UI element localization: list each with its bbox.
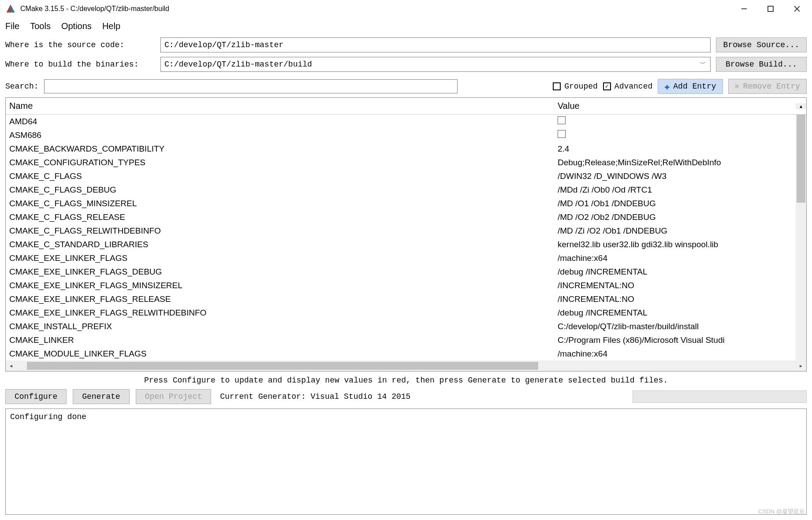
output-log[interactable]: Configuring done [5,409,807,515]
table-row[interactable]: CMAKE_C_FLAGS/DWIN32 /D_WINDOWS /W3 [6,169,796,183]
window-title: CMake 3.15.5 - C:/develop/QT/zlib-master… [20,5,731,13]
cache-value[interactable]: C:/Program Files (x86)/Microsoft Visual … [554,335,796,345]
table-row[interactable]: CMAKE_MODULE_LINKER_FLAGS/machine:x64 [6,347,796,360]
table-row[interactable]: CMAKE_BACKWARDS_COMPATIBILITY2.4 [6,142,796,156]
table-row[interactable]: ASM686 [6,128,796,142]
hint-text: Press Configure to update and display ne… [0,371,812,387]
watermark: CSDN @凝望星辰 [758,508,805,516]
column-header-value[interactable]: Value [554,101,796,111]
checkbox-icon: ✓ [603,82,611,90]
horizontal-scrollbar[interactable]: ◂ ▸ [6,360,806,371]
cache-name: CMAKE_CONFIGURATION_TYPES [6,158,554,167]
scroll-left-icon[interactable]: ◂ [6,363,16,369]
search-input[interactable] [44,79,458,93]
cache-value[interactable]: /machine:x64 [554,349,796,359]
cache-value[interactable]: /MD /Zi /O2 /Ob1 /DNDEBUG [554,226,796,236]
table-row[interactable]: CMAKE_EXE_LINKER_FLAGS/machine:x64 [6,251,796,265]
cache-value[interactable]: Debug;Release;MinSizeRel;RelWithDebInfo [554,158,796,167]
cache-name: ASM686 [6,130,554,140]
cache-value[interactable]: 2.4 [554,144,796,154]
checkbox-icon[interactable] [558,116,566,124]
scroll-right-icon[interactable]: ▸ [796,363,806,369]
browse-build-button[interactable]: Browse Build... [716,57,807,72]
build-path-combo[interactable]: C:/develop/QT/zlib-master/build ﹀ [160,57,711,72]
configure-button[interactable]: Configure [5,389,67,404]
table-row[interactable]: CMAKE_C_FLAGS_MINSIZEREL/MD /O1 /Ob1 /DN… [6,197,796,210]
cache-name: CMAKE_LINKER [6,335,554,345]
cache-name: CMAKE_MODULE_LINKER_FLAGS [6,349,554,359]
cache-value[interactable]: /machine:x64 [554,253,796,263]
grouped-checkbox[interactable]: Grouped [553,82,598,91]
cache-name: CMAKE_C_FLAGS_DEBUG [6,185,554,195]
menu-file[interactable]: File [5,21,19,31]
cache-name: CMAKE_EXE_LINKER_FLAGS_RELWITHDEBINFO [6,308,554,318]
generate-button[interactable]: Generate [73,389,129,404]
cache-grid[interactable]: Name Value ▴ AMD64ASM686CMAKE_BACKWARDS_… [5,97,807,371]
titlebar: CMake 3.15.5 - C:/develop/QT/zlib-master… [0,0,812,18]
open-project-button: Open Project [136,389,212,404]
browse-source-button[interactable]: Browse Source... [716,37,807,52]
plus-icon: ✚ [664,81,670,92]
minimize-button[interactable] [731,1,757,17]
cache-value[interactable]: /INCREMENTAL:NO [554,281,796,290]
table-row[interactable]: CMAKE_EXE_LINKER_FLAGS_RELEASE/INCREMENT… [6,292,796,306]
svg-rect-4 [768,6,773,11]
build-label: Where to build the binaries: [5,60,160,69]
search-label: Search: [5,82,39,91]
generator-label: Current Generator: Visual Studio 14 2015 [220,392,410,401]
cache-value[interactable]: /MD /O2 /Ob2 /DNDEBUG [554,212,796,222]
table-row[interactable]: CMAKE_CONFIGURATION_TYPESDebug;Release;M… [6,156,796,169]
advanced-checkbox[interactable]: ✓ Advanced [603,82,652,91]
cache-name: AMD64 [6,117,554,126]
cache-value[interactable] [554,116,796,126]
cache-name: CMAKE_C_FLAGS_MINSIZEREL [6,199,554,208]
table-row[interactable]: CMAKE_EXE_LINKER_FLAGS_MINSIZEREL/INCREM… [6,279,796,292]
menu-options[interactable]: Options [61,21,92,31]
chevron-down-icon: ﹀ [700,60,706,68]
cache-value[interactable]: /MD /O1 /Ob1 /DNDEBUG [554,199,796,208]
cache-value[interactable]: /DWIN32 /D_WINDOWS /W3 [554,171,796,181]
table-row[interactable]: CMAKE_EXE_LINKER_FLAGS_DEBUG/debug /INCR… [6,265,796,279]
cache-name: CMAKE_C_FLAGS_RELWITHDEBINFO [6,226,554,236]
cache-name: CMAKE_EXE_LINKER_FLAGS_MINSIZEREL [6,281,554,290]
cache-name: CMAKE_C_FLAGS [6,171,554,181]
maximize-button[interactable] [757,1,784,17]
menubar: File Tools Options Help [0,18,812,36]
cache-value[interactable]: /MDd /Zi /Ob0 /Od /RTC1 [554,185,796,195]
source-label: Where is the source code: [5,41,160,49]
table-row[interactable]: CMAKE_C_FLAGS_RELWITHDEBINFO/MD /Zi /O2 … [6,224,796,238]
table-row[interactable]: CMAKE_EXE_LINKER_FLAGS_RELWITHDEBINFO/de… [6,306,796,319]
table-row[interactable]: CMAKE_LINKERC:/Program Files (x86)/Micro… [6,333,796,347]
cache-value[interactable]: kernel32.lib user32.lib gdi32.lib winspo… [554,240,796,249]
remove-icon: ✖ [735,82,740,91]
table-row[interactable]: CMAKE_C_FLAGS_RELEASE/MD /O2 /Ob2 /DNDEB… [6,210,796,224]
column-header-name[interactable]: Name [6,101,554,111]
menu-tools[interactable]: Tools [30,21,51,31]
add-entry-button[interactable]: ✚ Add Entry [658,79,723,94]
menu-help[interactable]: Help [102,21,120,31]
cache-name: CMAKE_EXE_LINKER_FLAGS [6,253,554,263]
table-row[interactable]: CMAKE_C_FLAGS_DEBUG/MDd /Zi /Ob0 /Od /RT… [6,183,796,197]
source-path-input[interactable]: C:/develop/QT/zlib-master [160,37,711,52]
checkbox-icon [553,82,561,90]
cache-name: CMAKE_INSTALL_PREFIX [6,322,554,331]
app-icon [5,4,16,14]
cache-value[interactable]: /debug /INCREMENTAL [554,308,796,318]
vertical-scrollbar[interactable] [796,115,806,360]
cache-name: CMAKE_C_STANDARD_LIBRARIES [6,240,554,249]
table-row[interactable]: CMAKE_C_STANDARD_LIBRARIESkernel32.lib u… [6,238,796,251]
cache-name: CMAKE_EXE_LINKER_FLAGS_RELEASE [6,294,554,304]
cache-value[interactable] [554,130,796,140]
cache-value[interactable]: /INCREMENTAL:NO [554,294,796,304]
cache-name: CMAKE_C_FLAGS_RELEASE [6,212,554,222]
table-row[interactable]: AMD64 [6,115,796,128]
cache-name: CMAKE_BACKWARDS_COMPATIBILITY [6,144,554,154]
remove-entry-button: ✖ Remove Entry [728,79,807,94]
close-button[interactable] [784,1,810,17]
cache-value[interactable]: C:/develop/QT/zlib-master/build/install [554,322,796,331]
cache-value[interactable]: /debug /INCREMENTAL [554,267,796,277]
checkbox-icon[interactable] [558,130,566,138]
progress-bar [633,390,807,403]
table-row[interactable]: CMAKE_INSTALL_PREFIXC:/develop/QT/zlib-m… [6,319,796,333]
scroll-up-icon[interactable]: ▴ [796,103,806,109]
